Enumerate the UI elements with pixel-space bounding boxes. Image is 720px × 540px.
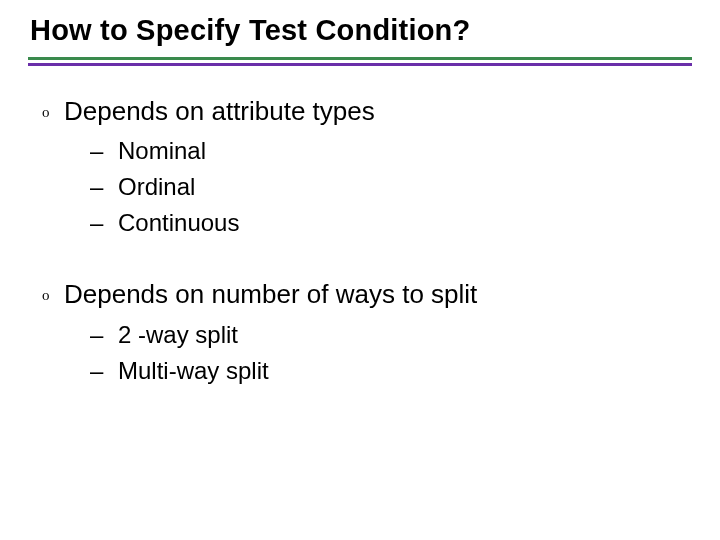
sub-item-text: Continuous	[118, 205, 239, 241]
content-area: o Depends on attribute types – Nominal –…	[42, 94, 692, 388]
sub-item-text: 2 -way split	[118, 317, 238, 353]
page-title: How to Specify Test Condition?	[30, 14, 692, 47]
sub-item-text: Ordinal	[118, 169, 195, 205]
sub-item: – 2 -way split	[90, 317, 692, 353]
bullet-marker-icon: o	[42, 94, 64, 127]
sub-item: – Ordinal	[90, 169, 692, 205]
sub-item: – Nominal	[90, 133, 692, 169]
dash-icon: –	[90, 317, 118, 353]
bullet-body: Depends on attribute types – Nominal – O…	[64, 94, 692, 241]
dash-icon: –	[90, 205, 118, 241]
dash-icon: –	[90, 169, 118, 205]
divider-green	[28, 57, 692, 60]
sub-list: – Nominal – Ordinal – Continuous	[90, 133, 692, 241]
sub-item-text: Multi-way split	[118, 353, 269, 389]
bullet-item: o Depends on number of ways to split – 2…	[42, 277, 692, 388]
bullet-marker-icon: o	[42, 277, 64, 310]
divider-purple	[28, 63, 692, 66]
sub-item: – Multi-way split	[90, 353, 692, 389]
bullet-item: o Depends on attribute types – Nominal –…	[42, 94, 692, 241]
sub-list: – 2 -way split – Multi-way split	[90, 317, 692, 389]
dash-icon: –	[90, 133, 118, 169]
bullet-body: Depends on number of ways to split – 2 -…	[64, 277, 692, 388]
sub-item: – Continuous	[90, 205, 692, 241]
sub-item-text: Nominal	[118, 133, 206, 169]
dash-icon: –	[90, 353, 118, 389]
bullet-text: Depends on attribute types	[64, 94, 692, 129]
slide: How to Specify Test Condition? o Depends…	[0, 0, 720, 540]
bullet-text: Depends on number of ways to split	[64, 277, 692, 312]
